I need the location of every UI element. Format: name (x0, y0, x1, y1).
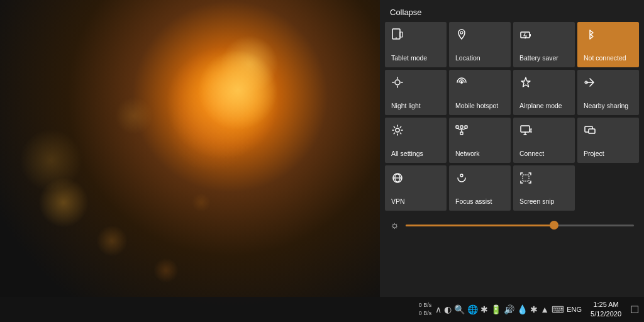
tile-connect[interactable]: Connect (513, 118, 575, 163)
hidden-icons-button[interactable]: ∧ (435, 304, 441, 314)
connect-icon (519, 124, 532, 138)
svg-rect-4 (521, 32, 530, 38)
quick-actions-grid: Tablet modeLocationBattery saverNot conn… (380, 22, 644, 211)
notification-center-button[interactable]: ☐ (628, 304, 641, 316)
screen-snip-label: Screen snip (519, 197, 554, 206)
tile-nearby-sharing[interactable]: Nearby sharing (577, 70, 639, 115)
svg-rect-15 (460, 126, 463, 128)
battery-tray-icon[interactable]: 🔋 (491, 304, 501, 314)
svg-rect-2 (400, 32, 402, 37)
collapse-bar: Collapse (380, 0, 644, 22)
connect-label: Connect (519, 150, 544, 158)
svg-rect-23 (530, 129, 532, 132)
network-tray-icon[interactable]: ◐ (444, 304, 452, 314)
tile-all-settings[interactable]: All settings (385, 118, 447, 163)
battery-saver-label: Battery saver (519, 54, 558, 62)
time-display: 1:25 AM (593, 300, 618, 309)
clock[interactable]: 1:25 AM 5/12/2020 (586, 300, 626, 319)
tile-bluetooth[interactable]: Not connected (577, 22, 639, 67)
water-icon[interactable]: 💧 (517, 304, 528, 314)
night-light-label: Night light (391, 102, 421, 110)
tile-vpn[interactable]: VPN (385, 165, 447, 211)
screen-snip-icon (519, 172, 532, 186)
bluetooth-tray-icon[interactable]: ✱ (480, 304, 488, 314)
battery-saver-icon (519, 28, 532, 43)
svg-rect-29 (523, 175, 529, 181)
project-icon (584, 124, 596, 138)
svg-rect-13 (460, 132, 463, 135)
tile-location[interactable]: Location (449, 22, 511, 67)
vpn-icon (391, 172, 404, 186)
globe-icon[interactable]: 🌐 (467, 304, 478, 314)
slider-fill (406, 225, 554, 226)
tile-airplane-mode[interactable]: Airplane mode (513, 70, 575, 115)
svg-point-28 (460, 174, 463, 177)
search-tray-icon[interactable]: 🔍 (454, 304, 465, 314)
collapse-button[interactable]: Collapse (390, 8, 422, 17)
desktop-background (0, 0, 384, 322)
network-label: Network (455, 150, 480, 158)
tablet-mode-icon (391, 28, 404, 43)
svg-rect-20 (521, 126, 530, 132)
brightness-slider[interactable] (406, 225, 634, 226)
all-settings-icon (391, 124, 404, 138)
tile-night-light[interactable]: Night light (385, 70, 447, 115)
project-label: Project (584, 150, 604, 158)
svg-rect-25 (589, 129, 595, 133)
brightness-control: ☼ (380, 211, 644, 240)
nearby-sharing-label: Nearby sharing (584, 102, 628, 110)
tile-screen-snip[interactable]: Screen snip (513, 165, 575, 211)
tile-mobile-hotspot[interactable]: Mobile hotspot (449, 70, 511, 115)
airplane-mode-label: Airplane mode (519, 102, 562, 110)
tile-network[interactable]: Network (449, 118, 511, 163)
taskbar: 0 B/s 0 B/s ∧ ◐ 🔍 🌐 ✱ 🔋 🔊 💧 ✱ ▲ ⌨ ENG 1:… (0, 297, 644, 322)
tile-battery-saver[interactable]: Battery saver (513, 22, 575, 67)
upload-speed: 0 B/s (419, 301, 432, 309)
svg-point-12 (396, 128, 399, 132)
keyboard-icon[interactable]: ⌨ (552, 304, 564, 314)
mobile-hotspot-label: Mobile hotspot (455, 102, 498, 110)
tile-project[interactable]: Project (577, 118, 639, 163)
date-display: 5/12/2020 (591, 309, 621, 319)
slider-thumb[interactable] (550, 221, 558, 230)
focus-assist-icon (455, 172, 468, 186)
focus-assist-label: Focus assist (455, 197, 492, 206)
all-settings-label: All settings (391, 150, 423, 158)
bluetooth-icon (584, 28, 596, 43)
tile-tablet-mode[interactable]: Tablet mode (385, 22, 447, 67)
svg-point-6 (395, 80, 400, 85)
location-icon (455, 28, 468, 43)
night-light-icon (391, 76, 404, 91)
vpn-label: VPN (391, 197, 405, 206)
airplane-mode-icon (519, 76, 532, 91)
svg-rect-5 (530, 34, 531, 36)
system-tray: ∧ ◐ 🔍 🌐 ✱ 🔋 🔊 💧 ✱ ▲ ⌨ ENG (433, 304, 584, 314)
tile-focus-assist[interactable]: Focus assist (449, 165, 511, 211)
location-label: Location (455, 54, 480, 62)
brightness-icon: ☼ (390, 219, 399, 231)
action-center-panel: Collapse Tablet modeLocationBattery save… (380, 0, 644, 322)
tablet-mode-label: Tablet mode (391, 54, 427, 62)
nearby-sharing-icon (584, 76, 596, 91)
bluetooth2-icon[interactable]: ✱ (530, 304, 538, 314)
bluetooth-label: Not connected (584, 54, 626, 62)
mobile-hotspot-icon (455, 76, 468, 91)
svg-rect-16 (465, 126, 467, 128)
language-indicator[interactable]: ENG (567, 306, 582, 313)
svg-rect-14 (456, 126, 458, 128)
download-speed: 0 B/s (419, 309, 432, 318)
svg-point-3 (460, 31, 463, 34)
wifi-icon[interactable]: ▲ (540, 304, 549, 314)
volume-icon[interactable]: 🔊 (504, 304, 514, 314)
network-speeds: 0 B/s 0 B/s (419, 301, 432, 317)
network-icon (455, 124, 468, 138)
